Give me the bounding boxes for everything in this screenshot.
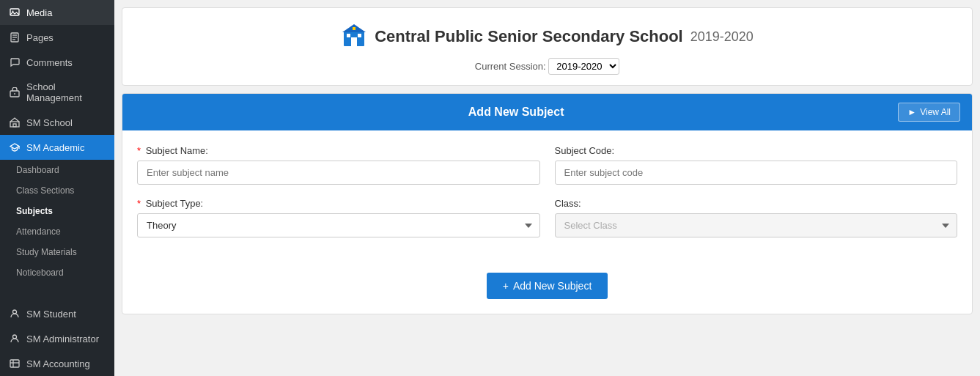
subject-code-input[interactable] xyxy=(555,161,958,185)
sidebar-sub-attendance[interactable]: Attendance xyxy=(0,221,114,242)
class-label: Class: xyxy=(555,198,958,209)
form-row-1: * Subject Name: Subject Code: xyxy=(137,145,957,185)
view-all-button[interactable]: ► View All xyxy=(898,103,960,122)
session-label: Current Session: xyxy=(475,61,546,72)
sidebar-item-sm-academic-label: SM Academic xyxy=(26,142,84,153)
sidebar-item-media[interactable]: Media xyxy=(0,0,114,25)
tag-icon: ► xyxy=(907,107,916,117)
svg-point-11 xyxy=(13,310,17,314)
sidebar-item-sm-admin-label: SM Administrator xyxy=(26,333,99,344)
view-all-label: View All xyxy=(920,107,951,117)
sidebar-item-pages-label: Pages xyxy=(26,32,54,43)
sidebar-sub-dashboard-label: Dashboard xyxy=(16,165,59,175)
class-group: Class: Select Class xyxy=(555,198,958,237)
sidebar-sub-class-sections-label: Class Sections xyxy=(16,185,74,196)
sidebar-item-comments-label: Comments xyxy=(26,57,73,68)
svg-rect-19 xyxy=(347,34,350,37)
class-select[interactable]: Select Class xyxy=(555,213,958,237)
svg-rect-9 xyxy=(13,124,16,127)
subject-type-label: * Subject Type: xyxy=(137,198,540,209)
sidebar-sub-study-materials[interactable]: Study Materials xyxy=(0,242,114,262)
school-mgmt-icon xyxy=(9,86,21,98)
subject-code-label: Subject Code: xyxy=(555,145,958,156)
sidebar-item-sm-academic[interactable]: SM Academic xyxy=(0,135,114,160)
svg-rect-18 xyxy=(351,37,357,46)
sm-student-icon xyxy=(9,308,21,320)
sidebar: Media Pages Comments School Management S… xyxy=(0,0,114,376)
school-year: 2019-2020 xyxy=(690,29,754,45)
main-content: Central Public Senior Secondary School 2… xyxy=(114,0,980,376)
svg-point-12 xyxy=(13,335,17,339)
svg-rect-20 xyxy=(358,34,361,37)
sidebar-item-sm-student-label: SM Student xyxy=(26,309,76,320)
pages-icon xyxy=(9,32,21,43)
sidebar-sub-dashboard[interactable]: Dashboard xyxy=(0,160,114,180)
sm-academic-icon xyxy=(9,141,21,153)
sidebar-sub-class-sections[interactable]: Class Sections xyxy=(0,180,114,201)
sidebar-sub-study-materials-label: Study Materials xyxy=(16,247,77,257)
media-icon xyxy=(9,7,21,18)
school-building-icon xyxy=(341,21,367,52)
sidebar-item-school-management[interactable]: School Management xyxy=(0,75,114,110)
sidebar-sub-subjects[interactable]: Subjects xyxy=(0,201,114,221)
svg-rect-13 xyxy=(10,360,19,367)
sidebar-item-sm-accounting[interactable]: SM Accounting xyxy=(0,351,114,376)
form-footer: + Add New Subject xyxy=(122,265,972,314)
sidebar-item-school-mgmt-label: School Management xyxy=(26,81,106,103)
required-star-type: * xyxy=(137,198,141,209)
sidebar-item-pages[interactable]: Pages xyxy=(0,25,114,50)
subject-name-input[interactable] xyxy=(137,161,540,185)
sidebar-item-media-label: Media xyxy=(26,7,52,18)
sidebar-item-sm-school-label: SM School xyxy=(26,117,73,128)
subject-type-group: * Subject Type: Theory Practical xyxy=(137,198,540,237)
plus-icon: + xyxy=(503,280,509,292)
sidebar-sub-noticeboard[interactable]: Noticeboard xyxy=(0,262,114,283)
subject-name-label: * Subject Name: xyxy=(137,145,540,156)
subject-type-select[interactable]: Theory Practical xyxy=(137,213,540,237)
sidebar-sub-noticeboard-label: Noticeboard xyxy=(16,268,64,278)
sm-admin-icon xyxy=(9,333,21,344)
svg-rect-21 xyxy=(353,27,355,30)
submit-label: Add New Subject xyxy=(513,280,592,292)
sidebar-sub-subjects-label: Subjects xyxy=(16,206,53,216)
sm-accounting-icon xyxy=(9,358,21,369)
form-row-2: * Subject Type: Theory Practical Class: … xyxy=(137,198,957,237)
sidebar-item-sm-school[interactable]: SM School xyxy=(0,110,114,135)
sidebar-item-sm-administrator[interactable]: SM Administrator xyxy=(0,326,114,351)
sm-school-icon xyxy=(9,117,21,128)
add-subject-card: Add New Subject ► View All * Subject Nam… xyxy=(122,93,973,314)
session-select[interactable]: 2019-2020 2018-2019 xyxy=(548,58,619,75)
subject-code-group: Subject Code: xyxy=(555,145,958,185)
add-subject-button[interactable]: + Add New Subject xyxy=(487,273,608,299)
school-name: Central Public Senior Secondary School xyxy=(375,27,683,46)
subject-name-group: * Subject Name: xyxy=(137,145,540,185)
comments-icon xyxy=(9,56,21,68)
required-star-name: * xyxy=(137,145,141,156)
form-title: Add New Subject xyxy=(134,106,898,119)
sidebar-item-sm-accounting-label: SM Accounting xyxy=(26,358,90,369)
sidebar-item-comments[interactable]: Comments xyxy=(0,50,114,75)
form-card-header: Add New Subject ► View All xyxy=(122,94,972,130)
sidebar-sub-attendance-label: Attendance xyxy=(16,226,61,237)
sidebar-item-sm-student[interactable]: SM Student xyxy=(0,301,114,326)
school-header-card: Central Public Senior Secondary School 2… xyxy=(122,7,973,86)
form-body: * Subject Name: Subject Code: xyxy=(122,130,972,265)
